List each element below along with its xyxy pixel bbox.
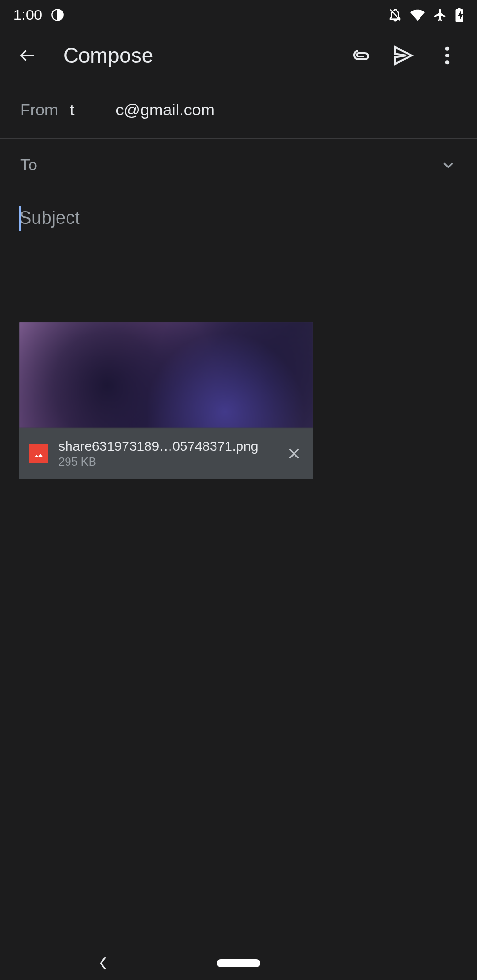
dnd-icon [388, 8, 402, 22]
app-bar: Compose [0, 30, 477, 81]
from-email-right: c@gmail.com [115, 100, 214, 119]
attachment-footer: share631973189…05748371.png 295 KB [19, 428, 313, 479]
to-row[interactable]: To [0, 139, 477, 191]
from-row[interactable]: From t c@gmail.com [0, 81, 477, 139]
attachment-filename: share631973189…05748371.png [58, 439, 274, 454]
text-cursor [19, 206, 21, 231]
from-label: From [20, 100, 70, 119]
svg-point-1 [445, 47, 449, 51]
app-indicator-icon [51, 8, 64, 22]
battery-charging-icon [455, 8, 464, 22]
status-bar: 1:00 [0, 0, 477, 30]
remove-attachment-button[interactable] [284, 444, 304, 463]
compose-body[interactable]: share631973189…05748371.png 295 KB [0, 245, 477, 479]
page-title: Compose [63, 44, 348, 67]
attachment-filesize: 295 KB [58, 455, 274, 468]
subject-input[interactable] [19, 208, 458, 228]
chevron-down-icon[interactable] [440, 156, 457, 174]
image-file-icon [29, 444, 48, 463]
from-email: t c@gmail.com [70, 100, 215, 119]
attachment-preview[interactable] [19, 322, 313, 428]
airplane-mode-icon [433, 8, 447, 22]
svg-point-3 [445, 60, 449, 64]
system-back-button[interactable] [96, 956, 110, 970]
back-button[interactable] [15, 43, 40, 68]
status-time: 1:00 [13, 7, 42, 23]
more-options-button[interactable] [436, 44, 459, 67]
to-label: To [20, 156, 440, 174]
subject-row[interactable] [0, 191, 477, 245]
attach-button[interactable] [348, 44, 371, 67]
wifi-icon [410, 8, 425, 22]
send-button[interactable] [392, 44, 415, 67]
system-nav-bar [0, 947, 477, 980]
from-email-left: t [70, 100, 74, 119]
svg-point-2 [445, 54, 449, 57]
home-indicator[interactable] [217, 959, 260, 967]
attachment-card: share631973189…05748371.png 295 KB [19, 322, 313, 479]
